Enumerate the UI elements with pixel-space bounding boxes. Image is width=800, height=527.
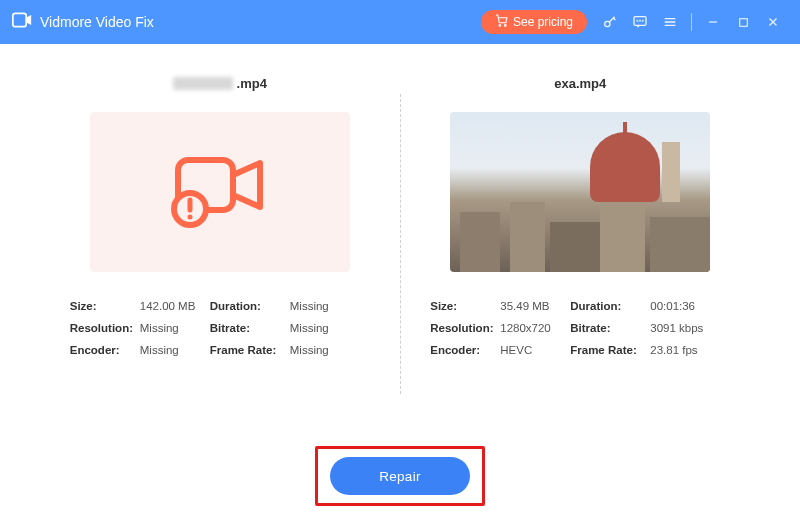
duration-label: Duration: <box>210 300 290 312</box>
framerate-label: Frame Rate: <box>570 344 650 356</box>
bitrate-value: Missing <box>290 322 360 334</box>
separator <box>691 13 692 31</box>
camera-icon <box>12 12 32 32</box>
bitrate-label: Bitrate: <box>210 322 290 334</box>
see-pricing-button[interactable]: See pricing <box>481 10 587 34</box>
size-label: Size: <box>430 300 500 312</box>
menu-icon-button[interactable] <box>655 7 685 37</box>
svg-point-1 <box>499 25 501 27</box>
resolution-value: 1280x720 <box>500 322 570 334</box>
size-value: 142.00 MB <box>140 300 210 312</box>
encoder-value: HEVC <box>500 344 570 356</box>
duration-label: Duration: <box>570 300 650 312</box>
broken-video-panel: .mp4 Size: 142.00 MB Duration: Missing R… <box>40 74 400 434</box>
bitrate-label: Bitrate: <box>570 322 650 334</box>
framerate-value: Missing <box>290 344 360 356</box>
blurred-name <box>173 77 233 90</box>
close-button[interactable] <box>758 7 788 37</box>
broken-metadata: Size: 142.00 MB Duration: Missing Resolu… <box>70 300 370 356</box>
action-area: Repair <box>0 444 800 506</box>
svg-point-3 <box>605 21 610 26</box>
see-pricing-label: See pricing <box>513 15 573 29</box>
svg-point-5 <box>637 20 638 21</box>
duration-value: Missing <box>290 300 360 312</box>
svg-point-6 <box>640 20 641 21</box>
resolution-value: Missing <box>140 322 210 334</box>
duration-value: 00:01:36 <box>650 300 720 312</box>
sample-metadata: Size: 35.49 MB Duration: 00:01:36 Resolu… <box>430 300 730 356</box>
bitrate-value: 3091 kbps <box>650 322 720 334</box>
encoder-label: Encoder: <box>430 344 500 356</box>
cart-icon <box>495 14 508 30</box>
key-icon-button[interactable] <box>595 7 625 37</box>
thumbnail-buildings <box>450 182 710 272</box>
highlight-ring: Repair <box>315 446 485 506</box>
svg-rect-0 <box>13 13 26 26</box>
svg-point-12 <box>187 215 192 220</box>
svg-point-2 <box>504 25 506 27</box>
size-label: Size: <box>70 300 140 312</box>
broken-video-icon <box>160 145 280 239</box>
broken-filename: .mp4 <box>173 74 267 92</box>
broken-filename-ext: .mp4 <box>237 76 267 91</box>
sample-video-panel: exa.mp4 Size: 35.49 MB Duration: 00:01:3… <box>401 74 761 434</box>
app-logo: Vidmore Video Fix <box>12 12 154 32</box>
repair-button[interactable]: Repair <box>330 457 470 495</box>
maximize-button[interactable] <box>728 7 758 37</box>
main-content: .mp4 Size: 142.00 MB Duration: Missing R… <box>0 44 800 444</box>
svg-rect-8 <box>739 18 747 26</box>
minimize-button[interactable] <box>698 7 728 37</box>
app-title: Vidmore Video Fix <box>40 14 154 30</box>
broken-preview <box>90 112 350 272</box>
sample-preview <box>450 112 710 272</box>
size-value: 35.49 MB <box>500 300 570 312</box>
resolution-label: Resolution: <box>430 322 500 334</box>
svg-point-7 <box>642 20 643 21</box>
framerate-value: 23.81 fps <box>650 344 720 356</box>
title-bar: Vidmore Video Fix See pricing <box>0 0 800 44</box>
resolution-label: Resolution: <box>70 322 140 334</box>
sample-filename: exa.mp4 <box>554 74 606 92</box>
framerate-label: Frame Rate: <box>210 344 290 356</box>
encoder-label: Encoder: <box>70 344 140 356</box>
encoder-value: Missing <box>140 344 210 356</box>
feedback-icon-button[interactable] <box>625 7 655 37</box>
